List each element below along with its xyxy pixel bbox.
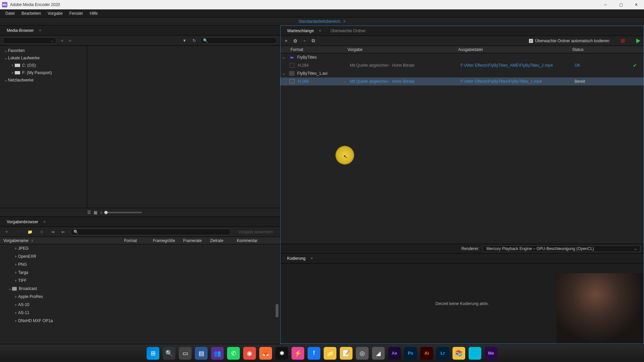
preset-as11[interactable]: ›AS-11 bbox=[0, 309, 280, 317]
preset-remove-icon[interactable]: － bbox=[14, 229, 22, 235]
taskbar-facebook-icon[interactable]: f bbox=[308, 347, 320, 360]
preset-dnxhd[interactable]: ›DNxHD MXF OP1a bbox=[0, 317, 280, 325]
col-zielrate[interactable]: Zielrate bbox=[210, 238, 237, 243]
tree-favorites[interactable]: ⌵Favoriten bbox=[0, 47, 87, 54]
media-search-input[interactable]: 🔍 bbox=[200, 37, 277, 44]
queue-group-1[interactable]: ⌵ Ae FlyByTitles bbox=[280, 53, 644, 61]
menu-vorgabe[interactable]: Vorgabe bbox=[44, 10, 66, 17]
output-link[interactable]: F:\After Effects\FlyByTitles\FlyByTitles… bbox=[461, 79, 542, 84]
tab-encoding[interactable]: Kodierung bbox=[284, 254, 309, 263]
tab-preset-browser[interactable]: Vorgabenbrowser bbox=[3, 218, 42, 226]
taskbar-firefox-icon[interactable]: 🦊 bbox=[259, 347, 272, 360]
refresh-icon[interactable]: ↻ bbox=[191, 38, 198, 43]
col-framerate[interactable]: Framerate bbox=[183, 238, 210, 243]
tab-watch-folders[interactable]: Überwachte Ordner bbox=[327, 26, 369, 35]
col-format[interactable]: Format bbox=[124, 238, 153, 243]
media-browser-menu-icon[interactable]: ≡ bbox=[39, 28, 41, 32]
menu-fenster[interactable]: Fenster bbox=[66, 10, 87, 17]
queue-menu-icon[interactable]: ≡ bbox=[319, 29, 321, 33]
tree-local-drives[interactable]: ⌵Lokale Laufwerke bbox=[0, 54, 87, 62]
taskbar-aftereffects-icon[interactable]: Ae bbox=[388, 347, 401, 360]
qcol-vorgabe[interactable]: Vorgabe bbox=[347, 47, 458, 52]
preset-export-icon[interactable]: ⇤ bbox=[60, 230, 67, 234]
output-link[interactable]: F:\After Effects\FlyByTitles_AME\FlyByTi… bbox=[461, 63, 553, 68]
filter-icon[interactable]: ▼ bbox=[180, 38, 189, 43]
tree-network-drives[interactable]: ⌵Netzlaufwerke bbox=[0, 76, 87, 84]
tree-drive-f[interactable]: ›F: (My Passport) bbox=[0, 69, 87, 76]
taskbar-teams-icon[interactable]: 👥 bbox=[211, 347, 224, 360]
taskbar-mediaencoder-icon[interactable]: Me bbox=[485, 347, 497, 360]
preset-jpeg[interactable]: ›JPEG bbox=[0, 244, 280, 252]
queue-remove-icon[interactable]: － bbox=[302, 38, 307, 44]
path-dropdown[interactable]: ⌵ bbox=[3, 37, 56, 44]
queue-row-1[interactable]: H.264 Mit Quelle abgleichen - Hohe Bitra… bbox=[280, 61, 644, 69]
taskbar-search-icon[interactable]: 🔍 bbox=[163, 347, 175, 360]
preset-openexr[interactable]: ›OpenEXR bbox=[0, 252, 280, 260]
preset-browser-menu-icon[interactable]: ≡ bbox=[44, 220, 46, 224]
queue-group-2[interactable]: ⌵ FlyByTitles_1.avi bbox=[280, 69, 644, 77]
maximize-button[interactable]: ▢ bbox=[613, 0, 629, 9]
view-grid-icon[interactable]: ▦ bbox=[94, 210, 97, 215]
col-kommentar[interactable]: Kommentar bbox=[237, 238, 280, 243]
taskbar-photoshop-icon[interactable]: Ps bbox=[404, 347, 417, 360]
start-queue-button[interactable] bbox=[636, 39, 640, 43]
tree-drive-c[interactable]: ›C: (OS) bbox=[0, 62, 87, 69]
qcol-output[interactable]: Ausgabedatei bbox=[458, 47, 572, 52]
taskbar-whatsapp-icon[interactable]: ✆ bbox=[227, 347, 240, 360]
encoding-menu-icon[interactable]: ≡ bbox=[311, 256, 313, 260]
format-dropdown[interactable]: H.264 bbox=[298, 79, 309, 84]
queue-add-icon[interactable]: ＋ bbox=[284, 38, 288, 44]
menu-bearbeiten[interactable]: Bearbeiten bbox=[18, 10, 44, 17]
tab-queue[interactable]: Warteschlange bbox=[284, 26, 317, 35]
taskbar-illustrator-icon[interactable]: Ai bbox=[420, 347, 433, 360]
preset-import-icon[interactable]: ⇥ bbox=[49, 230, 56, 234]
workspace-label[interactable]: Standardarbeitsbereich bbox=[299, 19, 340, 24]
queue-body[interactable]: ⌵ Ae FlyByTitles H.264 Mit Quelle abglei… bbox=[280, 53, 644, 244]
preset-png[interactable]: ›PNG bbox=[0, 260, 280, 268]
taskbar-lightroom-icon[interactable]: Lr bbox=[436, 347, 449, 360]
taskbar-app-icon[interactable]: ✱ bbox=[275, 347, 288, 360]
nav-forward-icon[interactable]: ► bbox=[67, 38, 74, 43]
preset-targa[interactable]: ›Targa bbox=[0, 268, 280, 277]
menu-hilfe[interactable]: Hilfe bbox=[86, 10, 101, 17]
preset-scrollbar[interactable] bbox=[276, 244, 278, 344]
thumbnail-size-slider[interactable] bbox=[105, 212, 142, 213]
taskbar-app-icon[interactable]: ◢ bbox=[372, 347, 385, 360]
preset-prores[interactable]: ›Apple ProRes bbox=[0, 293, 280, 301]
preset-tiff[interactable]: ›TIFF bbox=[0, 277, 280, 285]
workspace-menu-icon[interactable]: ≡ bbox=[343, 19, 345, 23]
renderer-dropdown[interactable]: Mercury Playback Engine – GPU-Beschleuni… bbox=[483, 245, 640, 252]
tab-media-browser[interactable]: Media-Browser bbox=[3, 26, 37, 35]
preset-settings-icon[interactable]: ⚙ bbox=[38, 230, 46, 234]
preset-add-icon[interactable]: ＋ bbox=[3, 229, 11, 235]
taskbar-messenger-icon[interactable]: ⚡ bbox=[291, 347, 304, 360]
row-checkbox[interactable]: ⌵ bbox=[290, 79, 294, 84]
taskbar-app-icon[interactable]: 📚 bbox=[452, 347, 465, 360]
taskbar-explorer-icon[interactable]: 📁 bbox=[324, 347, 336, 360]
chevron-down-icon[interactable]: ⌵ bbox=[344, 80, 346, 83]
stop-button[interactable] bbox=[621, 39, 625, 43]
taskbar-app-icon[interactable]: ▤ bbox=[195, 347, 208, 360]
taskbar-taskview-icon[interactable]: ▭ bbox=[179, 347, 192, 360]
minimize-button[interactable]: ─ bbox=[598, 0, 613, 9]
qcol-format[interactable]: Format bbox=[290, 47, 347, 52]
taskbar-app-icon[interactable]: ◉ bbox=[243, 347, 256, 360]
taskbar-app-icon[interactable]: 🌐 bbox=[469, 347, 481, 360]
taskbar-app-icon[interactable]: 📝 bbox=[340, 347, 353, 360]
queue-settings-icon[interactable]: ⚙ bbox=[293, 38, 298, 44]
col-name[interactable]: Vorgabename bbox=[3, 238, 29, 243]
col-framegroesse[interactable]: Framegröße bbox=[153, 238, 183, 243]
sort-asc-icon[interactable]: ↑ bbox=[31, 238, 33, 243]
preset-as10[interactable]: ›AS-10 bbox=[0, 301, 280, 309]
queue-duplicate-icon[interactable]: ⧉ bbox=[312, 38, 315, 44]
preset-dropdown[interactable]: Mit Quelle abgleichen - Hohe Bitrate bbox=[350, 79, 415, 84]
taskbar-obs-icon[interactable]: ◎ bbox=[356, 347, 369, 360]
view-list-icon[interactable]: ☰ bbox=[87, 210, 91, 215]
queue-row-2[interactable]: ⌵ H.264⌵ Mit Quelle abgleichen - Hohe Bi… bbox=[280, 77, 644, 85]
close-button[interactable]: ✕ bbox=[629, 0, 644, 9]
qcol-status[interactable]: Status bbox=[572, 47, 644, 52]
menu-datei[interactable]: Datei bbox=[2, 10, 18, 17]
taskbar-start-icon[interactable]: ⊞ bbox=[147, 347, 159, 360]
preset-search-input[interactable]: 🔍 bbox=[70, 229, 231, 235]
preset-broadcast[interactable]: ⌵Broadcast bbox=[0, 285, 280, 293]
